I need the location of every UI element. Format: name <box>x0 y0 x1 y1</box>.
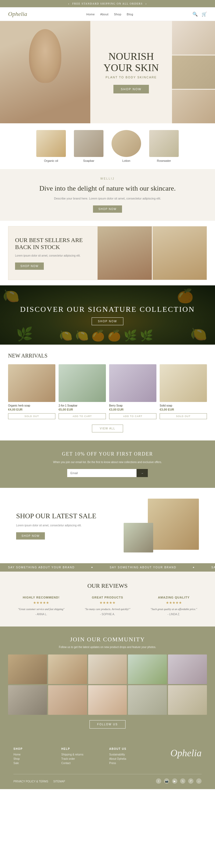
product-cta-1[interactable]: Add to cart <box>59 413 106 419</box>
marquee-separator-1: ✦ <box>83 566 102 569</box>
bestsellers-images <box>98 226 207 280</box>
reviews-title: OUR REVIEWS <box>11 582 204 589</box>
facebook-icon[interactable]: f <box>156 778 161 784</box>
review-stars-2: ★★★★★ <box>146 601 202 605</box>
well-tag: WELLIJ <box>22 177 193 180</box>
review-stars-0: ★★★★★ <box>13 601 69 605</box>
footer-col-title-0: SHOP <box>13 747 50 750</box>
prev-arrow[interactable]: ‹ <box>68 2 70 6</box>
footer-link-press[interactable]: Press <box>109 762 146 765</box>
category-thumb-rosewater <box>149 130 179 157</box>
bestsellers-section: OUR BEST SELLERS ARE BACK IN STOCK Lorem… <box>8 226 207 280</box>
marquee-item-3: SAY SOMETHING ABOUT YOUR BRAND <box>203 566 215 569</box>
youtube-icon[interactable]: ▶ <box>172 778 177 784</box>
marquee-inner: SAY SOMETHING ABOUT YOUR BRAND ✦ SAY SOM… <box>0 566 215 569</box>
nav-links: Home About Shop Blog <box>86 11 133 17</box>
community-img-10 <box>168 685 207 715</box>
hero-section: NOURISH YOUR SKIN PLANT TO BODY SKINCARE… <box>0 21 215 123</box>
fruit-deco-2: 🍊 <box>177 288 193 304</box>
community-img-9 <box>128 685 167 715</box>
product-image-1 <box>59 364 106 402</box>
latest-sale-content: SHOP OUR LATEST SALE Lorem ipsum dolor s… <box>16 512 115 539</box>
new-arrivals-title: NEW ARRIVALS <box>8 353 207 359</box>
footer-link-home[interactable]: Home <box>13 753 50 756</box>
nav-link-shop[interactable]: Shop <box>114 13 121 16</box>
category-thumb-organic-oil <box>36 130 66 157</box>
email-input[interactable] <box>67 469 137 477</box>
footer-link-sustainability[interactable]: Sustainability <box>109 753 146 756</box>
footer-col-help: HELP Shipping & returns Track order Cont… <box>61 747 98 766</box>
hero-product-image-3 <box>172 90 215 123</box>
latest-sale-image-small <box>123 523 153 553</box>
review-badge-1: GREAT PRODUCTS <box>80 596 136 599</box>
hero-shop-button[interactable]: SHOP NOW <box>113 85 149 93</box>
footer-link-about[interactable]: About Ophelia <box>109 757 146 760</box>
footer-link-sale[interactable]: Sale <box>13 762 50 765</box>
bestsellers-shop-button[interactable]: SHOP NOW <box>15 262 44 270</box>
hero-product-image-1 <box>172 21 215 55</box>
community-img-5 <box>168 654 207 684</box>
review-card-2: AMAZING QUALITY ★★★★★ "Such great qualit… <box>143 596 204 616</box>
marquee-separator-2: ✦ <box>184 566 203 569</box>
review-author-2: - LINDA Z. <box>146 613 202 616</box>
nav-link-about[interactable]: About <box>100 13 109 16</box>
nav-icons: 🔍 🛒 <box>192 11 207 17</box>
signature-shop-button[interactable]: SHOP NOW <box>92 317 123 325</box>
product-cta-2[interactable]: Add to cart <box>109 413 156 419</box>
nav-link-home[interactable]: Home <box>86 13 95 16</box>
category-rosewater[interactable]: Rosewater <box>149 130 179 162</box>
product-price-1: €5,00 EUR <box>59 408 106 411</box>
latest-sale-desc: Lorem ipsum dolor sit amet, consectetur … <box>16 523 115 527</box>
new-arrivals-section: NEW ARRIVALS Organic herb soap €4,00 EUR… <box>0 345 215 440</box>
tiktok-icon[interactable]: ♪ <box>196 778 202 784</box>
footer-link-contact[interactable]: Contact <box>61 762 98 765</box>
review-card-0: HIGHLY RECOMMEND! ★★★★★ "Great customer … <box>11 596 72 616</box>
nav-link-blog[interactable]: Blog <box>127 13 133 16</box>
reviews-grid: HIGHLY RECOMMEND! ★★★★★ "Great customer … <box>11 596 204 616</box>
privacy-policy-link[interactable]: PRIVACY POLICY & TERMS <box>13 780 48 783</box>
next-arrow[interactable]: › <box>145 2 147 6</box>
footer-col-title-1: HELP <box>61 747 98 750</box>
bestsellers-image-2 <box>153 226 207 280</box>
email-signup-title: GET 10% OFF YOUR FIRST ORDER <box>27 451 188 457</box>
community-desc: Follow us to get the latest updates on n… <box>8 645 207 649</box>
cart-icon[interactable]: 🛒 <box>202 11 207 17</box>
subscribe-button[interactable]: → <box>137 469 148 477</box>
community-grid <box>8 654 207 715</box>
community-img-2 <box>48 654 87 684</box>
product-cta-3[interactable]: Sold out <box>159 413 207 419</box>
footer-logo: Ophelia <box>170 747 202 759</box>
instagram-icon[interactable]: 📷 <box>164 778 169 784</box>
view-all-button[interactable]: View all <box>92 425 123 432</box>
product-image-2 <box>109 364 156 402</box>
category-label-3: Rosewater <box>157 159 171 162</box>
product-card-0: Organic herb soap €4,00 EUR Sold out <box>8 364 56 419</box>
community-img-1 <box>8 654 47 684</box>
review-author-1: - SOPHIE A. <box>80 613 136 616</box>
footer-policy-links: PRIVACY POLICY & TERMS SITEMAP <box>13 779 65 783</box>
category-lotion[interactable]: Lotion <box>111 130 141 162</box>
pinterest-icon[interactable]: 𝑃 <box>188 778 193 784</box>
review-stars-1: ★★★★★ <box>80 601 136 605</box>
category-organic-oil[interactable]: Organic oil <box>36 130 66 162</box>
product-cta-0[interactable]: Sold out <box>8 413 56 419</box>
well-shop-button[interactable]: SHOP NOW <box>93 206 122 213</box>
footer-link-track[interactable]: Track order <box>61 757 98 760</box>
search-icon[interactable]: 🔍 <box>192 11 198 17</box>
latest-sale-button[interactable]: SHOP NOW <box>16 532 45 539</box>
marquee-item-1: SAY SOMETHING ABOUT YOUR BRAND <box>0 566 83 569</box>
latest-sale-image-main <box>148 499 199 550</box>
email-input-row: → <box>67 469 148 477</box>
footer-link-shipping[interactable]: Shipping & returns <box>61 753 98 756</box>
social-icons: f 📷 ▶ 𝕏 𝑃 ♪ <box>156 778 202 784</box>
follow-button[interactable]: FOLLOW US <box>89 720 126 728</box>
category-label-1: Soapbar <box>83 159 94 162</box>
product-name-1: 2-for-1 Soapbar <box>59 404 106 407</box>
hero-product-images <box>172 21 215 123</box>
product-name-3: Solid soap <box>159 404 207 407</box>
footer-link-shop[interactable]: Shop <box>13 757 50 760</box>
category-soapbar[interactable]: Soapbar <box>74 130 104 162</box>
twitter-icon[interactable]: 𝕏 <box>180 778 185 784</box>
sitemap-link[interactable]: SITEMAP <box>53 780 65 783</box>
nav-logo[interactable]: Ophelia <box>8 10 27 18</box>
